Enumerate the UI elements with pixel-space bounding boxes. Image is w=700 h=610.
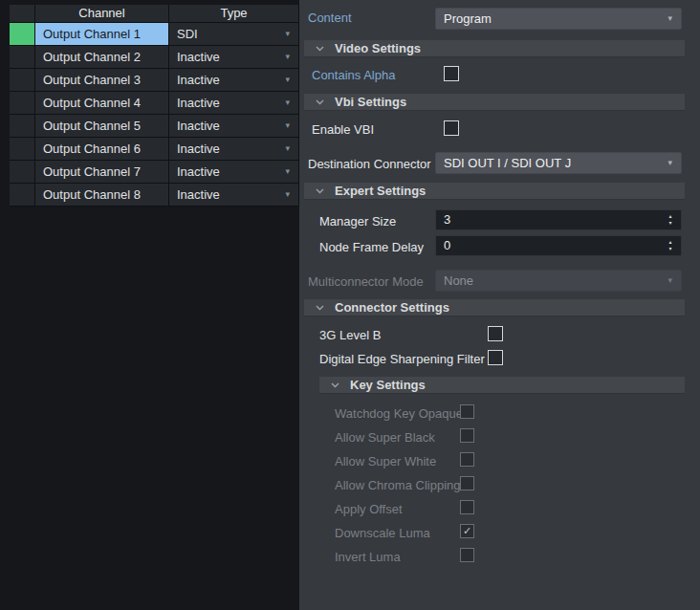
type-dropdown[interactable]: SDI▾ bbox=[169, 23, 299, 46]
table-row[interactable]: Output Channel 7 Inactive▾ bbox=[10, 161, 299, 184]
section-title: Video Settings bbox=[335, 41, 421, 55]
channel-cell[interactable]: Output Channel 2 bbox=[35, 46, 169, 69]
watchdog-key-opaque-label: Watchdog Key Opaque bbox=[335, 406, 463, 422]
type-value: SDI bbox=[177, 27, 198, 41]
type-dropdown[interactable]: Inactive▾ bbox=[169, 138, 299, 161]
chevron-down-icon bbox=[316, 46, 324, 52]
spinner-arrows-icon[interactable]: ▴▾ bbox=[665, 237, 676, 254]
node-frame-delay-spinbox[interactable]: 0 ▴▾ bbox=[435, 235, 682, 256]
multiconnector-mode-dropdown: None ▾ bbox=[435, 270, 682, 292]
table-header-row: Channel Type bbox=[10, 5, 299, 23]
contains-alpha-label: Contains Alpha bbox=[312, 68, 395, 83]
section-header-key-settings[interactable]: Key Settings bbox=[319, 377, 685, 394]
allow-chroma-clipping-label: Allow Chroma Clipping bbox=[335, 478, 461, 493]
chevron-down-icon: ▾ bbox=[285, 115, 290, 137]
node-frame-delay-label: Node Frame Delay bbox=[319, 240, 424, 255]
type-dropdown[interactable]: Inactive▾ bbox=[169, 115, 299, 138]
digital-edge-sharpening-filter-label: Digital Edge Sharpening Filter bbox=[319, 352, 485, 367]
allow-super-black-checkbox bbox=[460, 428, 474, 443]
chevron-down-icon: ▾ bbox=[285, 184, 290, 206]
type-value: Inactive bbox=[177, 119, 220, 133]
watchdog-key-opaque-checkbox bbox=[460, 404, 474, 419]
content-label: Content bbox=[308, 11, 352, 26]
chevron-down-icon bbox=[316, 99, 324, 105]
section-title: Expert Settings bbox=[335, 184, 426, 198]
spinner-arrows-icon[interactable]: ▴▾ bbox=[665, 211, 676, 229]
table-header-corner bbox=[10, 5, 35, 23]
allow-super-black-label: Allow Super Black bbox=[335, 430, 435, 446]
check-icon: ✓ bbox=[463, 526, 471, 536]
channel-cell[interactable]: Output Channel 1 bbox=[35, 23, 169, 46]
chevron-down-icon: ▾ bbox=[667, 9, 672, 29]
type-dropdown[interactable]: Inactive▾ bbox=[169, 69, 299, 92]
downscale-luma-checkbox: ✓ bbox=[460, 524, 474, 538]
apply-offset-checkbox bbox=[460, 500, 474, 514]
table-row[interactable]: Output Channel 5 Inactive▾ bbox=[10, 115, 299, 138]
allow-super-white-label: Allow Super White bbox=[335, 454, 436, 469]
row-indicator[interactable] bbox=[10, 46, 35, 69]
table-header-type[interactable]: Type bbox=[169, 5, 299, 23]
table-row[interactable]: Output Channel 3 Inactive▾ bbox=[10, 69, 299, 92]
section-header-vbi-settings[interactable]: Vbi Settings bbox=[304, 94, 685, 111]
apply-offset-label: Apply Offset bbox=[335, 502, 403, 517]
channel-cell[interactable]: Output Channel 6 bbox=[35, 138, 169, 161]
node-frame-delay-value: 0 bbox=[444, 238, 450, 252]
3g-level-b-label: 3G Level B bbox=[319, 328, 381, 343]
row-indicator[interactable] bbox=[10, 115, 35, 138]
table-header-channel[interactable]: Channel bbox=[35, 5, 169, 23]
manager-size-spinbox[interactable]: 3 ▴▾ bbox=[435, 209, 682, 230]
type-value: Inactive bbox=[177, 73, 220, 87]
content-value: Program bbox=[444, 11, 492, 26]
contains-alpha-checkbox[interactable] bbox=[444, 66, 459, 81]
table-row[interactable]: Output Channel 4 Inactive▾ bbox=[10, 92, 299, 115]
type-value: Inactive bbox=[177, 50, 220, 64]
channel-cell[interactable]: Output Channel 8 bbox=[35, 184, 169, 207]
invert-luma-checkbox bbox=[460, 548, 474, 562]
manager-size-label: Manager Size bbox=[319, 214, 396, 229]
multiconnector-mode-label: Multiconnector Mode bbox=[308, 274, 424, 290]
3g-level-b-checkbox[interactable] bbox=[488, 326, 503, 341]
digital-edge-sharpening-filter-checkbox[interactable] bbox=[488, 350, 503, 365]
destination-connector-dropdown[interactable]: SDI OUT I / SDI OUT J ▾ bbox=[435, 152, 682, 174]
channel-cell[interactable]: Output Channel 5 bbox=[35, 115, 169, 138]
chevron-down-icon: ▾ bbox=[667, 153, 672, 173]
row-indicator[interactable] bbox=[10, 92, 35, 115]
section-title: Vbi Settings bbox=[335, 95, 406, 109]
row-indicator[interactable] bbox=[10, 138, 35, 161]
row-indicator[interactable] bbox=[10, 184, 35, 207]
chevron-down-icon: ▾ bbox=[285, 161, 290, 183]
row-indicator[interactable] bbox=[10, 69, 35, 92]
table-row[interactable]: Output Channel 1 SDI▾ bbox=[10, 23, 299, 46]
table-row[interactable]: Output Channel 2 Inactive▾ bbox=[10, 46, 299, 69]
chevron-down-icon bbox=[316, 305, 324, 311]
chevron-down-icon: ▾ bbox=[285, 92, 290, 114]
channel-cell[interactable]: Output Channel 3 bbox=[35, 69, 169, 92]
type-value: Inactive bbox=[177, 142, 220, 156]
section-header-connector-settings[interactable]: Connector Settings bbox=[304, 299, 685, 316]
type-dropdown[interactable]: Inactive▾ bbox=[169, 92, 299, 115]
section-title: Key Settings bbox=[350, 378, 426, 392]
chevron-down-icon: ▾ bbox=[667, 271, 672, 291]
channel-cell[interactable]: Output Channel 7 bbox=[35, 161, 169, 184]
destination-connector-label: Destination Connector bbox=[308, 157, 431, 172]
type-value: Inactive bbox=[177, 164, 220, 179]
enable-vbi-checkbox[interactable] bbox=[444, 120, 459, 136]
type-dropdown[interactable]: Inactive▾ bbox=[169, 161, 299, 184]
chevron-down-icon bbox=[316, 188, 324, 194]
section-header-expert-settings[interactable]: Expert Settings bbox=[304, 183, 685, 200]
content-dropdown[interactable]: Program ▾ bbox=[435, 8, 682, 30]
channel-table-panel: Channel Type Output Channel 1 SDI▾ Outpu… bbox=[0, 0, 299, 610]
channel-cell[interactable]: Output Channel 4 bbox=[35, 92, 169, 115]
table-row[interactable]: Output Channel 8 Inactive▾ bbox=[10, 184, 299, 207]
chevron-down-icon bbox=[331, 382, 339, 388]
chevron-down-icon: ▾ bbox=[285, 138, 290, 160]
row-indicator[interactable] bbox=[10, 161, 35, 184]
table-row[interactable]: Output Channel 6 Inactive▾ bbox=[10, 138, 299, 161]
row-indicator[interactable] bbox=[10, 23, 35, 46]
type-dropdown[interactable]: Inactive▾ bbox=[169, 46, 299, 69]
invert-luma-label: Invert Luma bbox=[335, 550, 401, 565]
manager-size-value: 3 bbox=[444, 212, 450, 227]
section-header-video-settings[interactable]: Video Settings bbox=[304, 40, 685, 57]
type-dropdown[interactable]: Inactive▾ bbox=[169, 184, 299, 207]
type-value: Inactive bbox=[177, 96, 220, 110]
